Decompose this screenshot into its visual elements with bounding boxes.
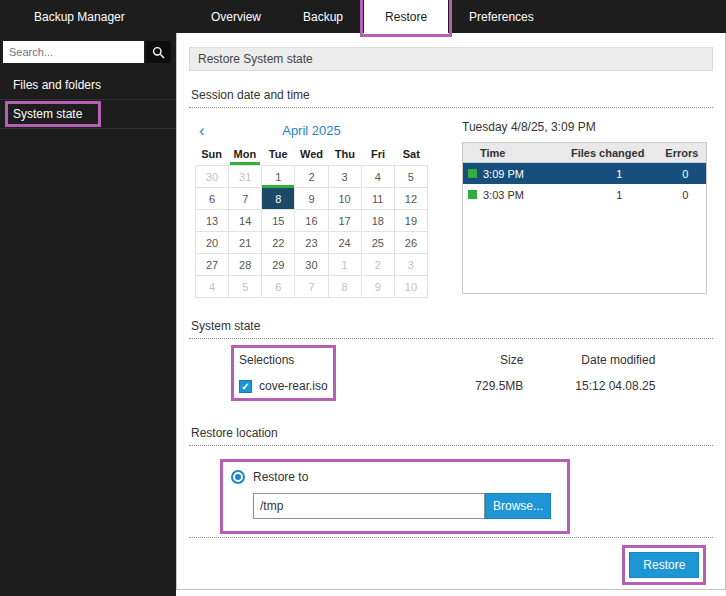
- sessions-column-header: Errors: [656, 147, 706, 159]
- tab-restore[interactable]: Restore: [364, 0, 448, 33]
- date-modified-column: Date modified 15:12 04.08.25: [539, 353, 655, 393]
- calendar-day-cell[interactable]: 5: [229, 276, 262, 298]
- selection-size-value: 729.5MB: [475, 379, 523, 393]
- restore-location-annotated-area: Restore to Browse...: [223, 462, 567, 531]
- calendar-day-header: Sun: [195, 145, 228, 165]
- calendar-day-cell[interactable]: 2: [295, 166, 328, 188]
- calendar-day-cell[interactable]: 28: [229, 254, 262, 276]
- calendar-day-cell[interactable]: 20: [196, 232, 229, 254]
- calendar-month-label: April 2025: [221, 123, 428, 138]
- restore-to-row: Restore to: [231, 470, 551, 484]
- section-title-restore-location: Restore location: [189, 422, 713, 446]
- section-title-system-state: System state: [189, 315, 713, 339]
- session-errors: 0: [656, 189, 706, 201]
- panel-title: Restore System state: [189, 47, 713, 71]
- calendar-day-cell[interactable]: 30: [295, 254, 328, 276]
- session-time-cell: 3:03 PM: [463, 189, 571, 201]
- calendar-day-cell[interactable]: 10: [329, 188, 362, 210]
- calendar-day-cell[interactable]: 3: [329, 166, 362, 188]
- calendar-day-header: Tue: [262, 145, 295, 165]
- restore-to-radio[interactable]: [231, 470, 245, 484]
- selection-name: cove-rear.iso: [259, 379, 328, 393]
- calendar-day-cell[interactable]: 25: [362, 232, 395, 254]
- calendar-day-cell[interactable]: 19: [395, 210, 428, 232]
- calendar-day-cell[interactable]: 4: [362, 166, 395, 188]
- sidebar-item-system-state[interactable]: System state: [0, 100, 176, 129]
- calendar-day-header: Mon: [228, 145, 261, 165]
- section-title-session: Session date and time: [189, 84, 713, 108]
- calendar-day-cell[interactable]: 8: [329, 276, 362, 298]
- calendar-grid: 3031123456789101112131415161718192021222…: [195, 165, 428, 298]
- calendar-day-cell[interactable]: 1: [262, 166, 295, 188]
- calendar-day-header: Fri: [361, 145, 394, 165]
- calendar-day-cell[interactable]: 9: [295, 188, 328, 210]
- sessions-column-header: Files changed: [571, 147, 656, 159]
- calendar-day-cell[interactable]: 18: [362, 210, 395, 232]
- calendar-day-cell[interactable]: 14: [229, 210, 262, 232]
- calendar-day-cell[interactable]: 3: [395, 254, 428, 276]
- calendar-day-cell[interactable]: 7: [229, 188, 262, 210]
- session-row[interactable]: 3:09 PM10: [463, 163, 706, 184]
- search-button[interactable]: [146, 41, 171, 63]
- calendar-day-header: Sat: [395, 145, 428, 165]
- calendar-day-cell[interactable]: 23: [295, 232, 328, 254]
- calendar-day-cell[interactable]: 4: [196, 276, 229, 298]
- session-row[interactable]: 3:03 PM10: [463, 184, 706, 205]
- sidebar-item-files-and-folders[interactable]: Files and folders: [0, 71, 176, 100]
- calendar-day-cell[interactable]: 9: [362, 276, 395, 298]
- session-body: ‹ April 2025 SunMonTueWedThuFriSat 30311…: [189, 108, 713, 302]
- calendar-day-cell[interactable]: 24: [329, 232, 362, 254]
- calendar-day-cell[interactable]: 26: [395, 232, 428, 254]
- sessions-header-row: TimeFiles changedErrors: [463, 143, 706, 163]
- calendar-day-cell[interactable]: 30: [196, 166, 229, 188]
- selection-checkbox[interactable]: ✓: [239, 380, 252, 393]
- restore-path-row: Browse...: [253, 493, 551, 519]
- restore-to-label: Restore to: [253, 470, 308, 484]
- sidebar-nav: Files and foldersSystem state: [0, 71, 176, 129]
- selection-rows: ✓cove-rear.iso: [239, 379, 328, 393]
- calendar-day-cell[interactable]: 7: [295, 276, 328, 298]
- sidebar: Files and foldersSystem state: [0, 33, 176, 596]
- calendar-day-cell[interactable]: 8: [262, 188, 295, 210]
- tab-preferences[interactable]: Preferences: [448, 0, 555, 33]
- calendar-day-cell[interactable]: 16: [295, 210, 328, 232]
- sidebar-item-label: System state: [9, 105, 97, 123]
- calendar-day-cell[interactable]: 6: [196, 188, 229, 210]
- calendar-prev-icon[interactable]: ‹: [195, 122, 221, 139]
- calendar-day-cell[interactable]: 5: [395, 166, 428, 188]
- calendar-day-cell[interactable]: 11: [362, 188, 395, 210]
- session-errors: 0: [656, 168, 706, 180]
- session-status-icon: [468, 169, 477, 178]
- main-layout: Files and foldersSystem state Restore Sy…: [0, 33, 726, 596]
- calendar-day-cell[interactable]: 12: [395, 188, 428, 210]
- calendar-day-cell[interactable]: 13: [196, 210, 229, 232]
- selection-row[interactable]: ✓cove-rear.iso: [239, 379, 328, 393]
- calendar-day-cell[interactable]: 2: [362, 254, 395, 276]
- tab-backup[interactable]: Backup: [282, 0, 364, 33]
- restore-button[interactable]: Restore: [629, 552, 699, 578]
- calendar-day-cell[interactable]: 22: [262, 232, 295, 254]
- browse-button[interactable]: Browse...: [485, 493, 551, 519]
- sessions-column-header: Time: [463, 147, 571, 159]
- search-icon: [152, 46, 165, 59]
- calendar-day-cell[interactable]: 17: [329, 210, 362, 232]
- top-bar: Backup Manager OverviewBackupRestorePref…: [0, 0, 726, 33]
- tab-overview[interactable]: Overview: [190, 0, 282, 33]
- calendar-day-cell[interactable]: 29: [262, 254, 295, 276]
- calendar-day-cell[interactable]: 27: [196, 254, 229, 276]
- calendar-day-cell[interactable]: 15: [262, 210, 295, 232]
- size-header: Size: [500, 353, 523, 367]
- selections-block: Selections ✓cove-rear.iso Size 729.5MB D…: [189, 339, 713, 409]
- sessions-panel: Tuesday 4/8/25, 3:09 PM TimeFiles change…: [462, 120, 707, 298]
- calendar-day-cell[interactable]: 31: [229, 166, 262, 188]
- sidebar-item-label: Files and folders: [9, 76, 105, 94]
- calendar-day-cell[interactable]: 10: [395, 276, 428, 298]
- search-input[interactable]: [3, 41, 144, 63]
- content-panel: Restore System state Session date and ti…: [176, 33, 726, 590]
- calendar-day-cell[interactable]: 1: [329, 254, 362, 276]
- restore-path-input[interactable]: [253, 493, 485, 519]
- selections-annotated-area: Selections ✓cove-rear.iso: [239, 353, 328, 393]
- app-title: Backup Manager: [0, 0, 176, 33]
- calendar-day-cell[interactable]: 6: [262, 276, 295, 298]
- calendar-day-cell[interactable]: 21: [229, 232, 262, 254]
